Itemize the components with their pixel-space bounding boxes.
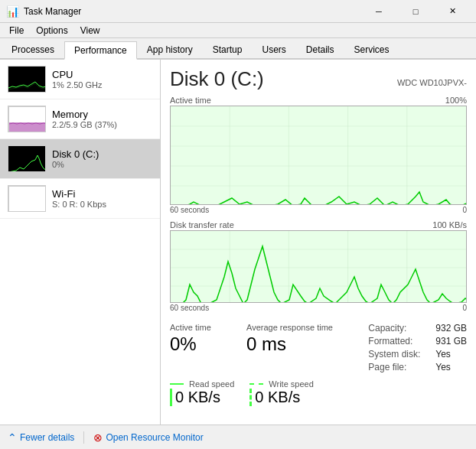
- cpu-title: CPU: [52, 69, 152, 80]
- info-formatted-key: Formatted:: [368, 336, 429, 347]
- write-speed-block: Write speed 0 KB/s: [249, 379, 314, 406]
- sidebar-item-disk[interactable]: Disk 0 (C:) 0%: [0, 139, 160, 179]
- tab-services[interactable]: Services: [344, 40, 399, 58]
- active-time-label: Active time: [170, 323, 231, 332]
- chart2-label-row: Disk transfer rate 100 KB/s: [170, 220, 467, 229]
- chart2-bottom-right: 0: [462, 304, 467, 312]
- chart2-svg: [171, 231, 466, 302]
- chart1-bottom-right: 0: [462, 206, 467, 214]
- response-time-value: 0 ms: [246, 333, 333, 355]
- read-speed-label: Read speed: [189, 379, 234, 389]
- info-formatted-val: 931 GB: [435, 336, 467, 347]
- memory-info: Memory 2.2/5.9 GB (37%): [52, 109, 152, 129]
- sidebar-item-memory[interactable]: Memory 2.2/5.9 GB (37%): [0, 99, 160, 139]
- sidebar-item-wifi[interactable]: Wi-Fi S: 0 R: 0 Kbps: [0, 179, 160, 219]
- panel-header: Disk 0 (C:) WDC WD10JPVX-: [170, 67, 467, 91]
- bottom-separator: [83, 431, 84, 444]
- disk-thumb: [8, 145, 46, 172]
- write-speed-line: [249, 383, 263, 385]
- info-row-pagefile: Page file: Yes: [368, 362, 467, 373]
- chart2-top-label: Disk transfer rate: [170, 220, 234, 229]
- write-speed-label: Write speed: [269, 379, 314, 389]
- app-icon: 📊: [6, 5, 19, 18]
- sidebar-item-cpu[interactable]: CPU 1% 2.50 GHz: [0, 60, 160, 99]
- read-speed-line: [170, 383, 184, 385]
- wifi-thumb: [8, 185, 46, 212]
- title-bar: 📊 Task Manager ─ □ ✕: [0, 0, 476, 23]
- chart1-top-right: 100%: [445, 96, 467, 105]
- tab-bar: Processes Performance App history Startu…: [0, 38, 476, 60]
- menu-options[interactable]: Options: [30, 24, 73, 37]
- write-speed-label-row: Write speed: [249, 379, 314, 389]
- app-title: Task Manager: [24, 6, 81, 17]
- menu-view[interactable]: View: [74, 24, 106, 37]
- info-pagefile-val: Yes: [435, 362, 451, 373]
- speed-row: Read speed 0 KB/s Write speed 0 KB/s: [170, 379, 467, 406]
- memory-sub: 2.2/5.9 GB (37%): [52, 120, 152, 129]
- info-system-val: Yes: [435, 349, 451, 360]
- disk-transfer-chart-section: Disk transfer rate 100 KB/s: [170, 220, 467, 315]
- resource-monitor-icon: ⊗: [93, 431, 103, 444]
- window-controls: ─ □ ✕: [361, 0, 470, 23]
- cpu-info: CPU 1% 2.50 GHz: [52, 69, 152, 89]
- chart1-top-label: Active time: [170, 96, 211, 105]
- info-row-formatted: Formatted: 931 GB: [368, 336, 467, 347]
- info-system-key: System disk:: [368, 349, 429, 360]
- wifi-title: Wi-Fi: [52, 188, 152, 200]
- tab-app-history[interactable]: App history: [137, 40, 203, 58]
- tab-users[interactable]: Users: [252, 40, 295, 58]
- stats-row: Active time 0% Average response time 0 m…: [170, 323, 467, 375]
- info-row-system: System disk: Yes: [368, 349, 467, 360]
- right-panel: Disk 0 (C:) WDC WD10JPVX- Active time 10…: [161, 60, 476, 425]
- fewer-details-label: Fewer details: [20, 432, 74, 443]
- resource-monitor-label: Open Resource Monitor: [106, 432, 203, 443]
- wifi-info: Wi-Fi S: 0 R: 0 Kbps: [52, 188, 152, 209]
- response-time-label: Average response time: [246, 323, 333, 332]
- chart2-time-label: 60 seconds 0: [170, 304, 467, 312]
- panel-subtitle: WDC WD10JPVX-: [397, 78, 467, 87]
- tab-details[interactable]: Details: [296, 40, 344, 58]
- tab-processes[interactable]: Processes: [2, 40, 64, 58]
- disk-title: Disk 0 (C:): [52, 148, 152, 160]
- menu-bar: File Options View: [0, 23, 476, 38]
- cpu-sub: 1% 2.50 GHz: [52, 80, 152, 89]
- chart1-bottom-left: 60 seconds: [170, 206, 209, 214]
- active-time-value: 0%: [170, 333, 231, 355]
- disk-info: Disk 0 (C:) 0%: [52, 148, 152, 169]
- chart2-bottom-left: 60 seconds: [170, 304, 209, 312]
- cpu-thumb: [8, 66, 46, 93]
- info-capacity-key: Capacity:: [368, 323, 429, 333]
- active-time-stat: Active time 0%: [170, 323, 231, 375]
- chart1-svg: [171, 106, 466, 204]
- info-capacity-val: 932 GB: [435, 323, 467, 333]
- tab-startup[interactable]: Startup: [203, 40, 253, 58]
- read-speed-block: Read speed 0 KB/s: [170, 379, 234, 406]
- memory-thumb: [8, 106, 46, 132]
- write-speed-value: 0 KB/s: [249, 389, 314, 406]
- chart2-top-right: 100 KB/s: [432, 220, 467, 229]
- chevron-down-icon: ⌃: [8, 431, 17, 444]
- maximize-button[interactable]: □: [398, 0, 433, 23]
- info-row-capacity: Capacity: 932 GB: [368, 323, 467, 333]
- active-time-chart-section: Active time 100%: [170, 96, 467, 217]
- fewer-details-button[interactable]: ⌃ Fewer details: [8, 431, 74, 444]
- close-button[interactable]: ✕: [435, 0, 470, 23]
- response-time-stat: Average response time 0 ms: [246, 323, 333, 375]
- read-speed-label-row: Read speed: [170, 379, 234, 389]
- resource-monitor-button[interactable]: ⊗ Open Resource Monitor: [93, 431, 203, 444]
- info-pagefile-key: Page file:: [368, 362, 429, 373]
- read-speed-value: 0 KB/s: [170, 389, 234, 406]
- active-time-chart: [170, 106, 467, 205]
- chart1-time-label: 60 seconds 0: [170, 206, 467, 214]
- chart1-label-row: Active time 100%: [170, 96, 467, 105]
- minimize-button[interactable]: ─: [361, 0, 396, 23]
- disk-transfer-chart: [170, 230, 467, 303]
- disk-sub: 0%: [52, 160, 152, 169]
- wifi-sub: S: 0 R: 0 Kbps: [52, 200, 152, 209]
- tab-performance[interactable]: Performance: [64, 41, 137, 60]
- menu-file[interactable]: File: [3, 24, 30, 37]
- panel-title: Disk 0 (C:): [170, 67, 264, 91]
- sidebar: CPU 1% 2.50 GHz Memory 2.2/5.9 GB (37%): [0, 60, 161, 425]
- main-content: CPU 1% 2.50 GHz Memory 2.2/5.9 GB (37%): [0, 60, 476, 425]
- disk-info-table: Capacity: 932 GB Formatted: 931 GB Syste…: [368, 323, 467, 375]
